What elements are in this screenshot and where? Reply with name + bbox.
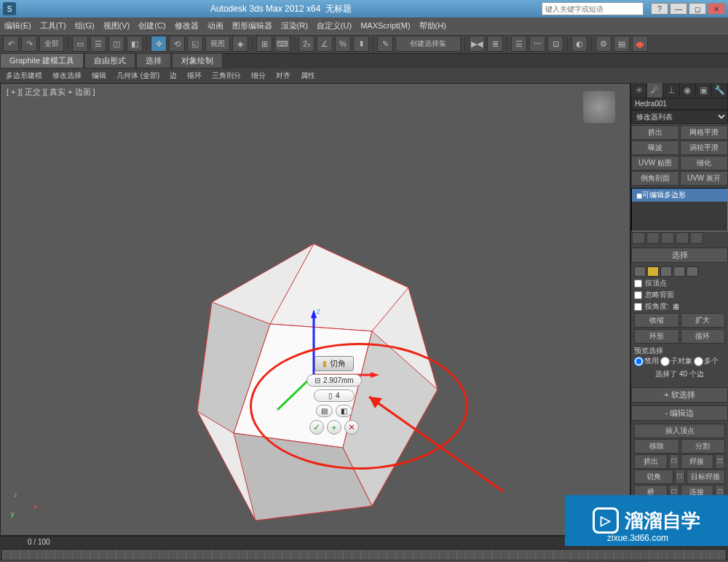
- tab-modify[interactable]: ☄: [647, 83, 663, 98]
- keyboard-shortcut-button[interactable]: ⌨: [274, 36, 290, 52]
- menu-grapheditors[interactable]: 图形编辑器: [232, 20, 272, 31]
- select-manipulate-button[interactable]: ⊞: [256, 36, 272, 52]
- close-button[interactable]: ✕: [708, 3, 725, 15]
- minimize-button[interactable]: —: [670, 3, 687, 15]
- extrude-button[interactable]: 挤出: [634, 454, 668, 469]
- remove-mod-button[interactable]: [676, 232, 689, 244]
- preview-multi-radio[interactable]: [694, 357, 703, 366]
- modifier-stack[interactable]: ◼ 可编辑多边形: [631, 188, 728, 231]
- menu-view[interactable]: 视图(V): [103, 20, 130, 31]
- ribbon-tab-selection[interactable]: 选择: [136, 53, 171, 68]
- ribbon-tab-freeform[interactable]: 自由形式: [84, 53, 135, 68]
- by-angle-check[interactable]: [634, 303, 642, 311]
- ribbon-align[interactable]: 对齐: [276, 71, 290, 81]
- menu-edit[interactable]: 编辑(E): [4, 20, 31, 31]
- modbtn-extrude[interactable]: 挤出: [631, 125, 679, 140]
- snap-angle-button[interactable]: ∠: [317, 36, 333, 52]
- subobj-vertex[interactable]: [634, 266, 646, 277]
- caddy-smooth-toggle[interactable]: ◧: [336, 405, 352, 417]
- window-crossing-button[interactable]: ◧: [127, 36, 143, 52]
- ribbon-modsel[interactable]: 修改选择: [52, 71, 82, 81]
- make-unique-button[interactable]: [661, 232, 674, 244]
- menu-customize[interactable]: 自定义(U): [317, 20, 352, 31]
- tab-hierarchy[interactable]: ⊥: [663, 83, 679, 98]
- tab-create[interactable]: ✳: [631, 83, 647, 98]
- preview-off-radio[interactable]: [634, 357, 644, 366]
- render-frame-button[interactable]: ▤: [614, 36, 630, 52]
- configure-sets-button[interactable]: [690, 232, 703, 244]
- extrude-settings-button[interactable]: □: [669, 454, 679, 469]
- ribbon-props[interactable]: 属性: [301, 71, 315, 81]
- rollout-editedge-header[interactable]: - 编辑边: [631, 405, 728, 421]
- remove-button[interactable]: 移除: [634, 439, 679, 454]
- maximize-button[interactable]: ◻: [689, 3, 706, 15]
- modbtn-meshsmooth[interactable]: 网格平滑: [680, 125, 728, 140]
- angle-spinner[interactable]: [672, 303, 680, 311]
- loop-button[interactable]: 循环: [681, 329, 726, 344]
- ignore-back-check[interactable]: [634, 291, 642, 299]
- ribbon-tab-paint[interactable]: 对象绘制: [172, 53, 223, 68]
- caddy-open-toggle[interactable]: ▤: [316, 405, 333, 417]
- material-editor-button[interactable]: ◐: [571, 36, 587, 52]
- caddy-cancel-button[interactable]: ✕: [344, 420, 359, 435]
- modifier-list-dropdown[interactable]: 修改器列表: [631, 110, 728, 124]
- modbtn-tessellate[interactable]: 细化: [680, 156, 728, 170]
- search-input[interactable]: [542, 2, 644, 15]
- named-sel-edit-button[interactable]: ✎: [377, 36, 393, 52]
- subobj-edge[interactable]: [647, 266, 659, 277]
- subobj-polygon[interactable]: [673, 266, 685, 277]
- rollout-softsel-header[interactable]: + 软选择: [631, 387, 728, 403]
- caddy-title[interactable]: 切角: [314, 356, 354, 371]
- subobj-border[interactable]: [660, 266, 672, 277]
- viewport-label[interactable]: [ + ][ 正交 ][ 真实 + 边面 ]: [7, 87, 95, 98]
- insert-vertex-button[interactable]: 插入顶点: [634, 424, 725, 438]
- modbtn-noise[interactable]: 噪波: [631, 140, 679, 155]
- ribbon-polymodel[interactable]: 多边形建模: [6, 71, 42, 81]
- spinner-snap-button[interactable]: ⬍: [353, 36, 369, 52]
- menu-help[interactable]: 帮助(H): [419, 20, 446, 31]
- grow-button[interactable]: 扩大: [681, 313, 726, 328]
- show-end-button[interactable]: [646, 232, 660, 244]
- rotate-button[interactable]: ⟲: [169, 36, 185, 52]
- schematic-view-button[interactable]: ⊡: [547, 36, 563, 52]
- track-bar[interactable]: [1, 549, 727, 561]
- object-name-field[interactable]: [631, 98, 728, 110]
- weld-settings-button[interactable]: □: [715, 454, 725, 469]
- help-icon[interactable]: ?: [651, 3, 668, 15]
- caddy-ok-button[interactable]: ✓: [309, 420, 324, 435]
- ribbon-tab-graphite[interactable]: Graphite 建模工具: [0, 53, 84, 68]
- ribbon-tri[interactable]: 三角剖分: [212, 71, 241, 81]
- ring-button[interactable]: 环形: [634, 329, 679, 344]
- ribbon-geom[interactable]: 几何体 (全部): [116, 71, 159, 81]
- preview-subobj-radio[interactable]: [660, 357, 670, 366]
- ribbon-subdiv[interactable]: 细分: [251, 71, 266, 81]
- viewcube[interactable]: [583, 91, 615, 123]
- ribbon-edge[interactable]: 边: [170, 71, 177, 81]
- by-vertex-check[interactable]: [634, 280, 642, 288]
- weld-button[interactable]: 焊接: [681, 454, 714, 469]
- menu-maxscript[interactable]: MAXScript(M): [360, 21, 410, 30]
- pivot-button[interactable]: ◈: [232, 36, 248, 52]
- render-button[interactable]: 🫖: [632, 36, 648, 52]
- caddy-amount-field[interactable]: ⊟2.907mm: [306, 374, 362, 387]
- menu-group[interactable]: 组(G): [75, 20, 95, 31]
- snap-percent-button[interactable]: %: [335, 36, 351, 52]
- snap-2d-button[interactable]: 2₅: [298, 36, 314, 52]
- pin-stack-button[interactable]: [632, 232, 645, 244]
- caddy-apply-button[interactable]: ＋: [327, 420, 341, 435]
- menu-create[interactable]: 创建(C): [138, 20, 165, 31]
- stack-item-editpoly[interactable]: ◼ 可编辑多边形: [632, 189, 727, 202]
- modbtn-turbosmooth[interactable]: 涡轮平滑: [680, 140, 728, 155]
- modbtn-bevelprofile[interactable]: 倒角剖面: [631, 171, 679, 186]
- modbtn-uvwmap[interactable]: UVW 贴图: [631, 156, 679, 170]
- tab-utilities[interactable]: 🔧: [712, 83, 728, 98]
- render-setup-button[interactable]: ⚙: [596, 36, 612, 52]
- menu-tools[interactable]: 工具(T): [40, 20, 66, 31]
- ribbon-loop[interactable]: 循环: [187, 71, 202, 81]
- rollout-selection-header[interactable]: 选择: [631, 248, 728, 263]
- modbtn-unwrap[interactable]: UVW 展开: [680, 171, 728, 186]
- menu-modifiers[interactable]: 修改器: [175, 20, 199, 31]
- curve-editor-button[interactable]: 〰: [529, 36, 545, 52]
- named-selection-dropdown[interactable]: 创建选择集: [395, 36, 461, 52]
- chamfer-settings-button[interactable]: □: [675, 470, 685, 484]
